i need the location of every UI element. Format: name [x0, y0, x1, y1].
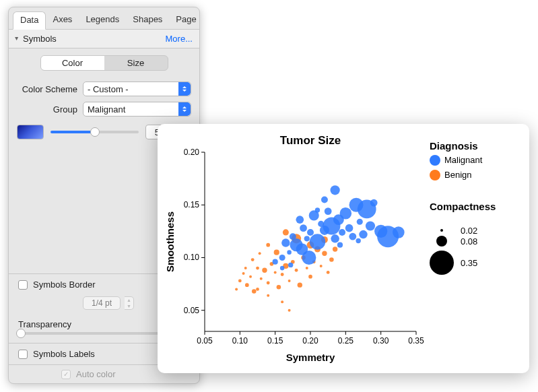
- color-scheme-value: - Custom -: [88, 84, 129, 94]
- svg-point-96: [370, 199, 378, 207]
- svg-point-36: [267, 282, 270, 285]
- svg-text:0.02: 0.02: [461, 226, 477, 236]
- svg-point-104: [296, 243, 308, 255]
- svg-point-117: [436, 236, 447, 247]
- svg-point-51: [320, 265, 323, 267]
- svg-point-68: [256, 288, 259, 291]
- svg-point-72: [287, 250, 292, 255]
- svg-point-110: [430, 155, 440, 166]
- svg-point-32: [252, 289, 257, 294]
- svg-point-56: [288, 309, 291, 312]
- border-width-select: 1/4 pt: [83, 296, 121, 310]
- svg-point-90: [349, 233, 356, 240]
- stepper-up-icon: ▲: [125, 297, 133, 303]
- symbols-border-label: Symbols Border: [33, 280, 95, 290]
- segment-color[interactable]: Color: [41, 56, 104, 70]
- tab-data[interactable]: Data: [13, 11, 46, 30]
- svg-point-89: [345, 224, 354, 232]
- symbols-border-checkbox[interactable]: [18, 280, 28, 290]
- chart-card: Tumor Size0.050.100.150.200.250.300.350.…: [158, 124, 529, 373]
- svg-point-83: [325, 207, 332, 215]
- svg-text:0.05: 0.05: [197, 336, 213, 346]
- symbols-section-header[interactable]: ▸ Symbols More...: [9, 30, 199, 48]
- svg-point-45: [298, 282, 302, 287]
- tab-shapes[interactable]: Shapes: [126, 11, 169, 29]
- svg-point-33: [256, 267, 259, 270]
- stepper-down-icon: ▼: [125, 303, 133, 309]
- svg-point-54: [329, 257, 334, 262]
- opacity-slider[interactable]: [51, 131, 139, 133]
- auto-color-label: Auto color: [76, 369, 116, 379]
- svg-point-105: [337, 242, 343, 248]
- slider-thumb[interactable]: [90, 127, 100, 137]
- svg-point-71: [281, 238, 290, 247]
- color-scheme-select[interactable]: - Custom -: [83, 81, 191, 96]
- scatter-chart: Tumor Size0.050.100.150.200.250.300.350.…: [163, 133, 524, 365]
- svg-point-63: [333, 247, 337, 251]
- svg-point-93: [359, 230, 367, 238]
- svg-point-92: [357, 219, 363, 225]
- svg-point-100: [331, 185, 340, 195]
- tab-axes[interactable]: Axes: [46, 11, 79, 29]
- svg-text:Symmetry: Symmetry: [286, 352, 335, 363]
- tab-legends[interactable]: Legends: [79, 11, 126, 29]
- svg-text:Malignant: Malignant: [444, 155, 483, 165]
- section-title: Symbols: [23, 34, 166, 44]
- group-value: Malignant: [88, 104, 125, 115]
- svg-point-76: [300, 224, 307, 232]
- svg-point-66: [267, 294, 269, 297]
- svg-point-28: [238, 279, 242, 282]
- group-select[interactable]: Malignant: [83, 102, 191, 117]
- svg-text:Diagnosis: Diagnosis: [430, 140, 478, 152]
- svg-point-112: [430, 170, 440, 181]
- svg-point-77: [304, 236, 310, 241]
- svg-text:Compactness: Compactness: [430, 201, 496, 212]
- svg-point-31: [249, 275, 252, 278]
- svg-point-35: [262, 268, 267, 273]
- auto-color-checkbox: ✓: [61, 370, 71, 379]
- svg-point-55: [281, 300, 283, 303]
- svg-point-38: [274, 271, 277, 273]
- svg-text:0.15: 0.15: [267, 336, 283, 346]
- svg-point-87: [339, 229, 345, 236]
- color-swatch[interactable]: [17, 125, 44, 139]
- svg-point-27: [235, 288, 238, 290]
- select-caret-icon: [178, 102, 191, 116]
- tab-page[interactable]: Page: [169, 11, 203, 29]
- svg-point-47: [306, 267, 308, 269]
- svg-point-30: [245, 283, 249, 287]
- svg-text:0.25: 0.25: [338, 336, 354, 346]
- svg-point-70: [279, 255, 285, 261]
- svg-point-88: [340, 207, 352, 220]
- svg-text:0.08: 0.08: [461, 236, 477, 247]
- slider-thumb[interactable]: [16, 329, 26, 338]
- group-label: Group: [17, 104, 77, 115]
- svg-point-64: [274, 250, 279, 255]
- svg-text:0.05: 0.05: [184, 306, 200, 315]
- svg-point-85: [331, 234, 339, 242]
- more-link[interactable]: More...: [166, 34, 193, 44]
- svg-point-108: [280, 266, 285, 271]
- svg-text:0.10: 0.10: [184, 253, 200, 262]
- svg-point-48: [308, 275, 312, 279]
- svg-point-115: [440, 229, 443, 232]
- border-width-stepper: ▲ ▼: [125, 296, 134, 310]
- svg-point-78: [307, 229, 314, 236]
- svg-point-34: [260, 277, 263, 280]
- svg-text:0.30: 0.30: [373, 336, 389, 346]
- symbols-labels-checkbox[interactable]: [18, 350, 28, 359]
- color-scheme-label: Color Scheme: [17, 84, 77, 94]
- svg-point-58: [259, 252, 261, 255]
- segment-size[interactable]: Size: [104, 56, 168, 70]
- color-size-segment[interactable]: Color Size: [40, 55, 168, 71]
- svg-point-59: [266, 243, 270, 247]
- svg-point-80: [310, 234, 326, 250]
- svg-point-75: [296, 216, 304, 224]
- svg-point-107: [321, 196, 328, 203]
- svg-text:0.10: 0.10: [232, 336, 248, 346]
- chevron-down-icon: ▸: [13, 37, 21, 40]
- symbols-labels-label: Symbols Labels: [33, 349, 95, 359]
- svg-point-42: [288, 280, 291, 282]
- svg-point-57: [251, 258, 255, 261]
- tabbar: Data Axes Legends Shapes Page: [9, 7, 199, 30]
